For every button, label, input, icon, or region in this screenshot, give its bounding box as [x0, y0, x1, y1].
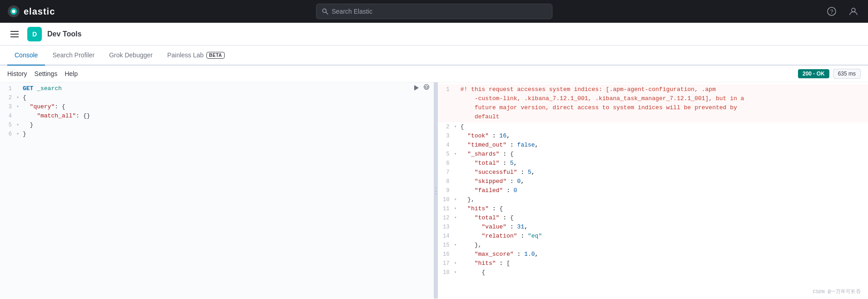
- r-content-10: },: [461, 195, 868, 204]
- editor-line-6: 6 ▾ }: [0, 130, 434, 139]
- tab-console[interactable]: Console: [7, 46, 45, 66]
- r-content-11: "hits" : {: [461, 204, 868, 213]
- r-fold-12[interactable]: ▾: [454, 213, 461, 223]
- r-content-17: "hits" : [: [461, 259, 868, 268]
- editor-line-5: 5 ▾ }: [0, 121, 434, 130]
- response-panel: 1 #! this request accesses system indice…: [438, 82, 868, 299]
- svg-point-2: [12, 10, 15, 13]
- help-icon-btn[interactable]: ?: [824, 4, 839, 19]
- r-fold-17[interactable]: ▾: [454, 259, 461, 268]
- tab-painless-lab-label: Painless Lab: [167, 51, 204, 59]
- r-line-9: 9 "failed" : 0: [438, 186, 868, 195]
- r-fold-2[interactable]: ▾: [454, 122, 461, 132]
- tab-search-profiler[interactable]: Search Profiler: [45, 46, 102, 66]
- r-fold-7: [454, 168, 461, 177]
- r-num-16: 16: [438, 250, 454, 259]
- r-fold-10[interactable]: ▾: [454, 195, 461, 204]
- r-content-12: "total" : {: [461, 213, 868, 223]
- line-content-6: }: [23, 130, 434, 139]
- search-bar[interactable]: Search Elastic: [316, 4, 552, 19]
- beta-badge: BETA: [206, 52, 225, 59]
- run-icon[interactable]: [413, 84, 420, 94]
- r-num-6: 6: [438, 159, 454, 168]
- r-line-12: 12 ▾ "total" : {: [438, 213, 868, 223]
- fold-6[interactable]: ▾: [16, 130, 23, 139]
- svg-point-12: [425, 86, 427, 88]
- r-content-2: {: [461, 122, 868, 132]
- response-comment-line: 1 #! this request accesses system indice…: [438, 84, 868, 122]
- fold-3[interactable]: ▾: [16, 102, 23, 111]
- r-line-15: 15 ▾ },: [438, 241, 868, 250]
- elastic-logo[interactable]: elastic: [7, 5, 55, 18]
- toolbar: History Settings Help 200 - OK 635 ms: [0, 66, 868, 82]
- toolbar-right: 200 - OK 635 ms: [798, 69, 861, 79]
- editor-line-4: 4 "match_all": {}: [0, 111, 434, 121]
- search-bar-placeholder: Search Elastic: [332, 8, 372, 15]
- editor-line-3: 3 ▾ "query": {: [0, 102, 434, 111]
- r-fold-14: [454, 232, 461, 241]
- panel-divider[interactable]: ⋮: [434, 82, 438, 299]
- user-icon: [849, 7, 858, 16]
- r-comment-content: #! this request accesses system indices:…: [461, 85, 868, 122]
- r-line-7: 7 "successful" : 5,: [438, 168, 868, 177]
- r-content-14: "relation" : "eq": [461, 232, 868, 241]
- user-icon-btn[interactable]: [846, 4, 861, 19]
- help-button[interactable]: Help: [65, 68, 78, 79]
- r-fold-4: [454, 141, 461, 150]
- r-content-6: "total" : 5,: [461, 159, 868, 168]
- settings-button[interactable]: Settings: [35, 68, 58, 79]
- r-line-5: 5 ▾ "_shards" : {: [438, 150, 868, 159]
- r-content-15: },: [461, 241, 868, 250]
- r-fold-15[interactable]: ▾: [454, 241, 461, 250]
- fold-1: [16, 84, 23, 93]
- editor-panel[interactable]: 1 GET _search 2 ▾ { 3 ▾ "query": { 4 "m: [0, 82, 434, 299]
- r-fold-13: [454, 223, 461, 232]
- r-num-2: 2: [438, 122, 454, 132]
- line-num-1: 1: [0, 84, 16, 93]
- line-num-5: 5: [0, 121, 16, 130]
- r-fold-16: [454, 250, 461, 259]
- fold-2[interactable]: ▾: [16, 93, 23, 102]
- tab-painless-lab[interactable]: Painless Lab BETA: [160, 46, 232, 66]
- r-num-3: 3: [438, 132, 454, 141]
- r-fold-9: [454, 186, 461, 195]
- r-line-14: 14 "relation" : "eq": [438, 232, 868, 241]
- editor-line-1: 1 GET _search: [0, 84, 434, 93]
- r-fold-8: [454, 177, 461, 186]
- app-title: Dev Tools: [47, 30, 81, 38]
- r-fold-11[interactable]: ▾: [454, 204, 461, 213]
- r-num-13: 13: [438, 223, 454, 232]
- top-bar: elastic Search Elastic ?: [0, 0, 868, 23]
- fold-4: [16, 111, 23, 121]
- r-num-17: 17: [438, 259, 454, 268]
- r-num-4: 4: [438, 141, 454, 150]
- copy-icon[interactable]: [423, 84, 430, 94]
- r-num-7: 7: [438, 168, 454, 177]
- hamburger-button[interactable]: [7, 27, 22, 41]
- hamburger-icon: [10, 31, 19, 37]
- tab-grok-debugger[interactable]: Grok Debugger: [102, 46, 160, 66]
- r-fold-6: [454, 159, 461, 168]
- r-line-17: 17 ▾ "hits" : [: [438, 259, 868, 268]
- elastic-logo-icon: [7, 5, 20, 18]
- r-num-12: 12: [438, 213, 454, 223]
- svg-line-4: [326, 12, 328, 15]
- line-content-4: "match_all": {}: [23, 111, 434, 121]
- r-fold-18[interactable]: ▾: [454, 268, 461, 277]
- r-num-15: 15: [438, 241, 454, 250]
- second-bar: D Dev Tools: [0, 23, 868, 46]
- r-fold-5[interactable]: ▾: [454, 150, 461, 159]
- r-line-2: 2 ▾ {: [438, 122, 868, 132]
- r-fold-1: [454, 85, 461, 94]
- line-content-3: "query": {: [23, 102, 434, 111]
- r-line-num-1: 1: [438, 85, 454, 94]
- line-content-1: GET _search: [23, 84, 434, 93]
- fold-5[interactable]: ▾: [16, 121, 23, 130]
- history-button[interactable]: History: [7, 68, 27, 79]
- r-num-18: 18: [438, 268, 454, 277]
- help-circle-icon: ?: [827, 7, 836, 16]
- r-num-11: 11: [438, 204, 454, 213]
- r-line-13: 13 "value" : 31,: [438, 223, 868, 232]
- response-area: 1 #! this request accesses system indice…: [438, 82, 868, 279]
- editor-line-2: 2 ▾ {: [0, 93, 434, 102]
